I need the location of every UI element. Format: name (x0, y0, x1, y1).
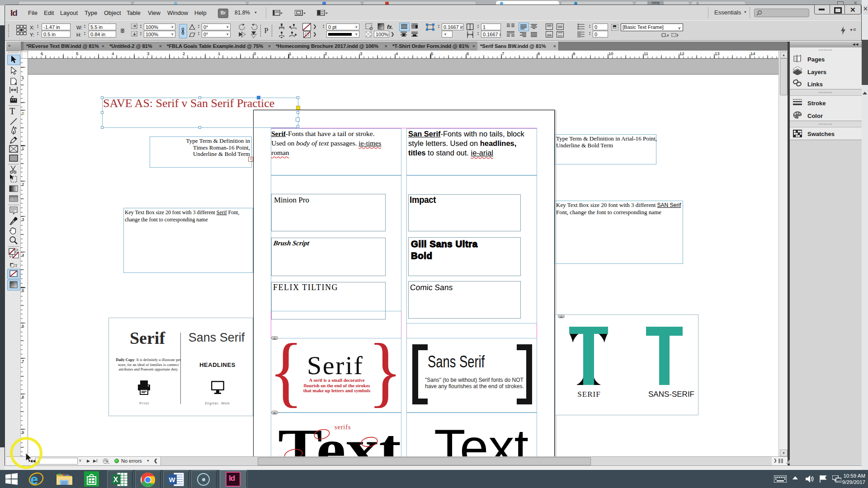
svg-text:T: T (15, 263, 18, 267)
svg-text:X: X (113, 476, 118, 483)
svg-text:W: W (169, 476, 176, 483)
